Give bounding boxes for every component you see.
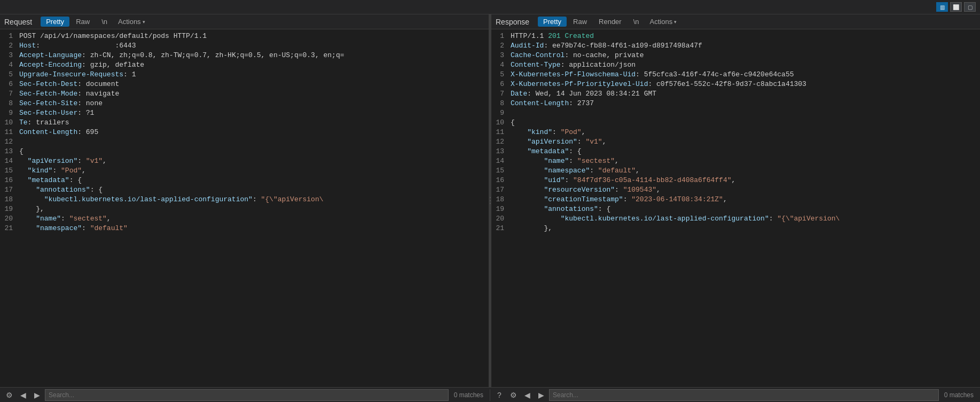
line-number: 2 (0, 41, 19, 51)
line-content: "kubectl.kubernetes.io/last-applied-conf… (511, 214, 980, 224)
line-content: Accept-Language: zh-CN, zh;q=0.8, zh-TW;… (19, 51, 489, 60)
line-content: { (19, 147, 489, 156)
line-content: "namespace": "default", (511, 166, 980, 176)
table-row: 18 "kubectl.kubernetes.io/last-applied-c… (0, 195, 489, 204)
response-help-btn[interactable]: ? (493, 389, 505, 401)
line-number: 3 (491, 51, 511, 60)
request-next-btn[interactable]: ▶ (31, 389, 43, 401)
line-number: 7 (0, 89, 19, 99)
table-row: 6X-Kubernetes-Pf-Prioritylevel-Uid: c0f5… (491, 80, 980, 89)
line-content: "apiVersion": "v1", (511, 137, 980, 147)
request-code-area[interactable]: 1POST /api/v1/namespaces/default/pods HT… (0, 29, 489, 387)
request-settings-btn[interactable]: ⚙ (3, 389, 15, 401)
response-status-panel: ? ⚙ ◀ ▶ 0 matches (490, 389, 980, 401)
request-actions-chevron-icon: ▾ (143, 19, 145, 25)
table-row: 6Sec-Fetch-Dest: document (0, 80, 489, 89)
table-row: 8Sec-Fetch-Site: none (0, 99, 489, 108)
line-number: 14 (491, 156, 511, 166)
line-number: 11 (0, 128, 19, 137)
line-number: 8 (491, 99, 511, 108)
line-content: X-Kubernetes-Pf-Flowschema-Uid: 5f5cfca3… (511, 70, 980, 80)
response-header: Response Pretty Raw Render \n Actions ▾ (491, 14, 980, 29)
line-content: "kind": "Pod", (19, 166, 489, 176)
table-row: 13 "metadata": { (491, 147, 980, 156)
line-number: 17 (491, 185, 511, 195)
table-row: 21 }, (491, 224, 980, 233)
line-content: "metadata": { (19, 176, 489, 185)
line-content: X-Kubernetes-Pf-Prioritylevel-Uid: c0f57… (511, 80, 980, 89)
line-number: 14 (0, 156, 19, 166)
line-content: "annotations": { (511, 204, 980, 214)
line-content: "metadata": { (511, 147, 980, 156)
request-tab-pretty[interactable]: Pretty (41, 17, 69, 27)
response-prev-btn[interactable]: ◀ (521, 389, 533, 401)
line-number: 4 (491, 60, 511, 70)
table-row: 14 "name": "sectest", (491, 156, 980, 166)
table-row: 5Upgrade-Insecure-Requests: 1 (0, 70, 489, 80)
response-actions-chevron-icon: ▾ (674, 19, 677, 25)
request-search-input[interactable] (45, 389, 449, 401)
response-next-btn[interactable]: ▶ (535, 389, 547, 401)
line-content (511, 108, 980, 118)
request-tab-raw[interactable]: Raw (70, 17, 95, 27)
request-actions-btn[interactable]: Actions ▾ (114, 17, 150, 27)
request-prev-btn[interactable]: ◀ (17, 389, 29, 401)
split-vertical-btn[interactable]: ▥ (936, 2, 948, 12)
request-tab-bar: Pretty Raw \n Actions ▾ (41, 17, 484, 27)
table-row: 16 "uid": "84f7df36-c05a-4114-bb82-d408a… (491, 176, 980, 185)
line-number: 4 (0, 60, 19, 70)
table-row: 2Host: :6443 (0, 41, 489, 51)
response-panel: Response Pretty Raw Render \n Actions ▾ … (491, 14, 980, 387)
request-tab-n[interactable]: \n (96, 17, 113, 27)
table-row: 3Accept-Language: zh-CN, zh;q=0.8, zh-TW… (0, 51, 489, 60)
table-row: 10{ (491, 118, 980, 128)
table-row: 7Sec-Fetch-Mode: navigate (0, 89, 489, 99)
response-tab-bar: Pretty Raw Render \n Actions ▾ (538, 17, 976, 27)
line-number: 1 (0, 31, 19, 41)
line-content: }, (19, 204, 489, 214)
line-number: 10 (491, 118, 511, 128)
response-tab-n[interactable]: \n (628, 17, 645, 27)
response-tab-render[interactable]: Render (593, 17, 627, 27)
line-number: 12 (0, 137, 19, 147)
response-settings-btn[interactable]: ⚙ (507, 389, 519, 401)
line-number: 3 (0, 51, 19, 60)
line-content: Sec-Fetch-Site: none (19, 99, 489, 108)
line-content: Host: :6443 (19, 41, 489, 51)
table-row: 19 }, (0, 204, 489, 214)
response-tab-raw[interactable]: Raw (568, 17, 592, 27)
line-number: 9 (0, 108, 19, 118)
line-number: 10 (0, 118, 19, 128)
line-content: "kind": "Pod", (511, 128, 980, 137)
response-search-input[interactable] (549, 389, 939, 401)
table-row: 4Accept-Encoding: gzip, deflate (0, 60, 489, 70)
table-row: 5X-Kubernetes-Pf-Flowschema-Uid: 5f5cfca… (491, 70, 980, 80)
top-bar: ▥ ⬜ ▢ (0, 0, 980, 14)
panel-divider[interactable] (489, 14, 491, 387)
line-content: Sec-Fetch-User: ?1 (19, 108, 489, 118)
line-content (19, 137, 489, 147)
status-bar: ⚙ ◀ ▶ 0 matches ? ⚙ ◀ ▶ 0 matches (0, 387, 980, 402)
line-content: Sec-Fetch-Dest: document (19, 80, 489, 89)
line-content: }, (511, 224, 980, 233)
line-content: Upgrade-Insecure-Requests: 1 (19, 70, 489, 80)
line-content: Sec-Fetch-Mode: navigate (19, 89, 489, 99)
line-number: 1 (491, 31, 511, 41)
table-row: 10Te: trailers (0, 118, 489, 128)
split-horizontal-btn[interactable]: ⬜ (950, 2, 962, 12)
line-number: 5 (0, 70, 19, 80)
request-status-panel: ⚙ ◀ ▶ 0 matches (0, 389, 490, 401)
line-content: "resourceVersion": "109543", (511, 185, 980, 195)
response-code-area[interactable]: 1HTTP/1.1 201 Created2Audit-Id: ee79b74c… (491, 29, 980, 387)
table-row: 21 "namespace": "default" (0, 224, 489, 233)
response-tab-pretty[interactable]: Pretty (538, 17, 567, 27)
table-row: 1HTTP/1.1 201 Created (491, 31, 980, 41)
table-row: 12 "apiVersion": "v1", (491, 137, 980, 147)
table-row: 14 "apiVersion": "v1", (0, 156, 489, 166)
response-actions-btn[interactable]: Actions ▾ (646, 17, 681, 27)
line-number: 20 (0, 214, 19, 224)
line-content: Te: trailers (19, 118, 489, 128)
line-number: 17 (0, 185, 19, 195)
table-row: 3Cache-Control: no-cache, private (491, 51, 980, 60)
single-pane-btn[interactable]: ▢ (964, 2, 976, 12)
